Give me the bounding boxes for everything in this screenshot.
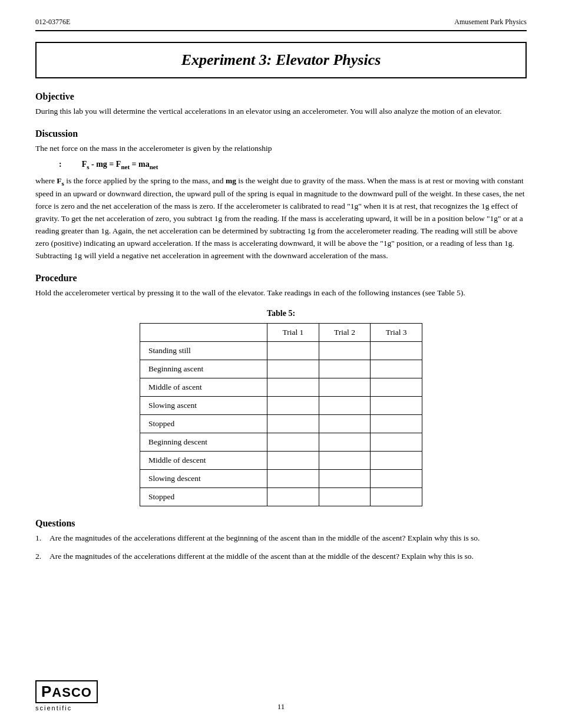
pasco-logo: PASCO scientific xyxy=(35,680,98,711)
question-item: 1.Are the magnitudes of the acceleration… xyxy=(35,532,527,545)
trial2-cell xyxy=(319,451,371,469)
table-row: Stopped xyxy=(140,414,422,433)
procedure-text: Hold the accelerometer vertical by press… xyxy=(35,287,527,299)
trial3-cell xyxy=(371,341,422,360)
trial2-cell xyxy=(319,433,371,451)
formula-text: Fs - mg = Fnet = manet xyxy=(82,160,158,170)
trial3-cell xyxy=(371,433,422,451)
trial2-cell xyxy=(319,414,371,433)
trial1-cell xyxy=(267,451,319,469)
discussion-intro: The net force on the mass in the acceler… xyxy=(35,143,527,155)
table-row: Stopped xyxy=(140,487,422,506)
row-label: Standing still xyxy=(140,341,267,360)
row-label: Stopped xyxy=(140,414,267,433)
trial3-cell xyxy=(371,487,422,506)
table-row: Middle of ascent xyxy=(140,378,422,396)
data-table: Trial 1 Trial 2 Trial 3 Standing stillBe… xyxy=(140,323,422,506)
row-label: Beginning descent xyxy=(140,433,267,451)
col-header-trial1: Trial 1 xyxy=(267,323,319,341)
discussion-heading: Discussion xyxy=(35,129,527,139)
objective-heading: Objective xyxy=(35,91,527,102)
page-title: Experiment 3: Elevator Physics xyxy=(42,51,520,69)
trial3-cell xyxy=(371,469,422,487)
row-label: Stopped xyxy=(140,487,267,506)
row-label: Beginning ascent xyxy=(140,360,267,378)
row-label: Middle of descent xyxy=(140,451,267,469)
trial1-cell xyxy=(267,469,319,487)
trial1-cell xyxy=(267,378,319,396)
trial2-cell xyxy=(319,378,371,396)
pasco-brand-text: PASCO xyxy=(35,680,98,703)
trial3-cell xyxy=(371,396,422,414)
page-number: 11 xyxy=(277,702,285,711)
trial2-cell xyxy=(319,341,371,360)
formula-colon: : xyxy=(59,160,62,169)
col-header-trial2: Trial 2 xyxy=(319,323,371,341)
trial1-cell xyxy=(267,360,319,378)
questions-heading: Questions xyxy=(35,518,527,529)
page-header: 012-03776E Amusement Park Physics xyxy=(35,18,527,31)
table-row: Beginning descent xyxy=(140,433,422,451)
trial1-cell xyxy=(267,487,319,506)
trial3-cell xyxy=(371,414,422,433)
col-header-label xyxy=(140,323,267,341)
trial1-cell xyxy=(267,433,319,451)
trial2-cell xyxy=(319,360,371,378)
trial2-cell xyxy=(319,396,371,414)
trial3-cell xyxy=(371,378,422,396)
row-label: Slowing descent xyxy=(140,469,267,487)
trial2-cell xyxy=(319,487,371,506)
question-item: 2.Are the magnitudes of the acceleration… xyxy=(35,551,527,563)
trial1-cell xyxy=(267,396,319,414)
question-num: 1. xyxy=(35,532,46,545)
question-num: 2. xyxy=(35,551,46,563)
trial3-cell xyxy=(371,451,422,469)
col-header-trial3: Trial 3 xyxy=(371,323,422,341)
question-text: Are the magnitudes of the accelerations … xyxy=(49,532,480,545)
questions-section: Questions 1.Are the magnitudes of the ac… xyxy=(35,518,527,563)
table-row: Standing still xyxy=(140,341,422,360)
discussion-body: where Fs is the force applied by the spr… xyxy=(35,175,527,262)
question-text: Are the magnitudes of the accelerations … xyxy=(49,551,474,563)
table-row: Beginning ascent xyxy=(140,360,422,378)
trial1-cell xyxy=(267,341,319,360)
trial2-cell xyxy=(319,469,371,487)
procedure-heading: Procedure xyxy=(35,273,527,284)
title-box: Experiment 3: Elevator Physics xyxy=(35,42,527,78)
row-label: Middle of ascent xyxy=(140,378,267,396)
trial3-cell xyxy=(371,360,422,378)
table-row: Slowing descent xyxy=(140,469,422,487)
header-left: 012-03776E xyxy=(35,18,70,27)
row-label: Slowing ascent xyxy=(140,396,267,414)
table-row: Slowing ascent xyxy=(140,396,422,414)
pasco-scientific-text: scientific xyxy=(35,704,72,711)
table-title: Table 5: xyxy=(35,309,527,318)
table-row: Middle of descent xyxy=(140,451,422,469)
header-right: Amusement Park Physics xyxy=(454,18,527,27)
objective-text: During this lab you will determine the v… xyxy=(35,106,527,118)
trial1-cell xyxy=(267,414,319,433)
formula-line: : Fs - mg = Fnet = manet xyxy=(59,160,527,170)
